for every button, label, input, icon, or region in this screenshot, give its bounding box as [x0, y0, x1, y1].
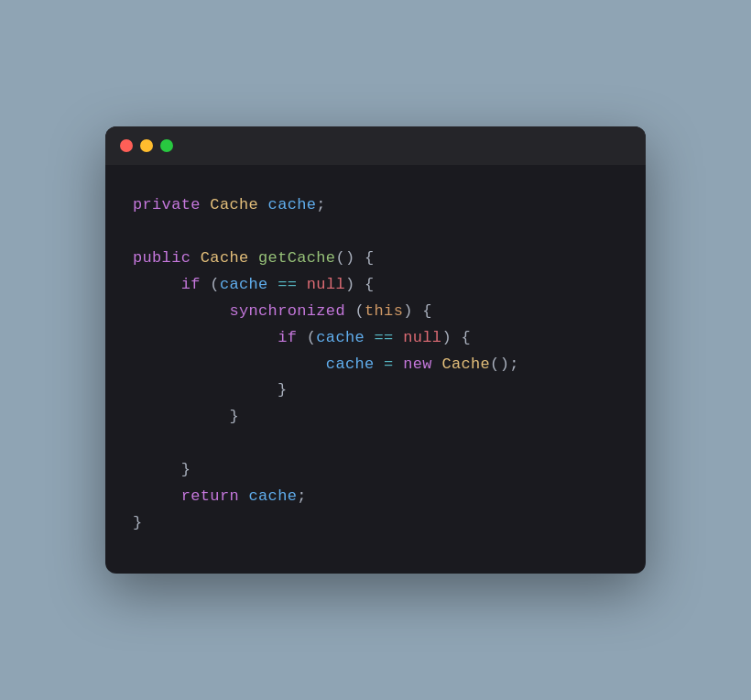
maximize-button[interactable] [160, 139, 173, 152]
code-line-6: cache = new Cache(); [133, 352, 618, 378]
close-button[interactable] [120, 139, 133, 152]
code-line-9: } [133, 457, 618, 484]
code-line-10: return cache; [133, 484, 618, 510]
code-block: private Cache cache; public Cache getCac… [105, 165, 646, 574]
minimize-button[interactable] [140, 139, 153, 152]
window-titlebar [105, 126, 646, 165]
code-line-2: public Cache getCache() { [133, 246, 618, 272]
code-line-4: synchronized (this) { [133, 299, 618, 325]
code-line-5: if (cache == null) { [133, 325, 618, 352]
code-line-11: } [133, 510, 618, 537]
code-line-8: } [133, 404, 618, 431]
code-line-7: } [133, 377, 618, 404]
code-line-3: if (cache == null) { [133, 272, 618, 299]
blank-line-1 [133, 219, 618, 246]
code-window: private Cache cache; public Cache getCac… [105, 126, 646, 574]
blank-line-2 [133, 431, 618, 457]
code-line-1: private Cache cache; [133, 192, 618, 219]
